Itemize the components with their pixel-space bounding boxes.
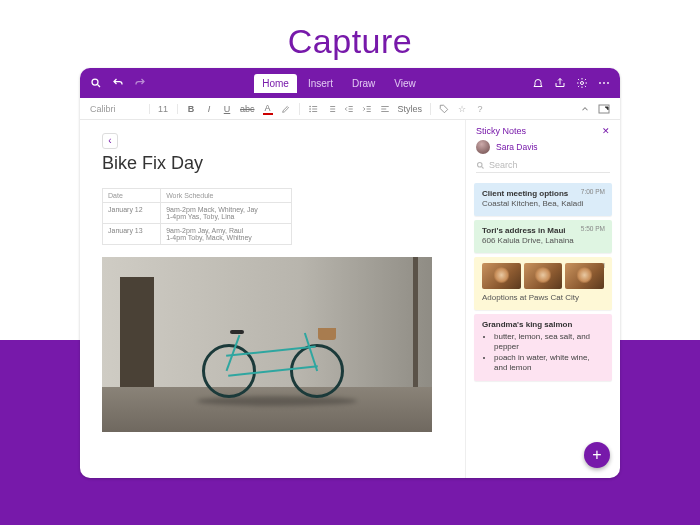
- undo-icon[interactable]: [112, 77, 124, 89]
- italic-button[interactable]: I: [204, 104, 214, 114]
- svg-point-5: [309, 108, 311, 110]
- svg-line-1: [98, 85, 101, 88]
- sticky-note[interactable]: Grandma's king salmon butter, lemon, sea…: [474, 314, 612, 381]
- table-row: January 12 9am-2pm Mack, Whitney, Jay 1-…: [103, 202, 292, 223]
- svg-point-2: [581, 82, 584, 85]
- sticky-note[interactable]: 5:50 PM Tori's address in Maui 606 Kalul…: [474, 220, 612, 253]
- svg-point-0: [92, 79, 98, 85]
- styles-button[interactable]: Styles: [398, 104, 423, 114]
- svg-rect-12: [381, 106, 389, 107]
- chevron-up-icon[interactable]: [580, 104, 590, 114]
- tab-home[interactable]: Home: [254, 74, 297, 93]
- schedule-table[interactable]: Date Work Schedule January 12 9am-2pm Ma…: [102, 188, 292, 245]
- svg-rect-6: [312, 108, 317, 109]
- user-profile[interactable]: Sara Davis: [466, 140, 620, 158]
- search-icon[interactable]: [90, 77, 102, 89]
- note-title: Grandma's king salmon: [482, 320, 604, 330]
- panel-title: Sticky Notes: [476, 126, 526, 136]
- tab-draw[interactable]: Draw: [344, 74, 383, 93]
- question-button[interactable]: ?: [475, 104, 485, 114]
- table-header: Date: [103, 188, 161, 202]
- search-placeholder: Search: [489, 160, 518, 170]
- thumbnail: [524, 263, 563, 289]
- font-select[interactable]: Calibri: [90, 104, 150, 114]
- note-time: 5:50 PM: [581, 225, 605, 233]
- size-select[interactable]: 11: [158, 104, 178, 114]
- align-button[interactable]: [380, 104, 390, 114]
- titlebar: Home Insert Draw View ⋯: [80, 68, 620, 98]
- highlight-button[interactable]: [281, 104, 291, 114]
- note-list-item: butter, lemon, sea salt, and pepper: [494, 332, 604, 352]
- avatar: [476, 140, 490, 154]
- svg-rect-13: [381, 108, 386, 109]
- strike-button[interactable]: abc: [240, 104, 255, 114]
- tag-button[interactable]: [439, 104, 449, 114]
- svg-rect-11: [330, 111, 335, 112]
- indent-button[interactable]: [362, 104, 372, 114]
- bold-button[interactable]: B: [186, 104, 196, 114]
- svg-rect-4: [312, 106, 317, 107]
- app-window: Home Insert Draw View ⋯ Calibri 11 B I U…: [80, 68, 620, 478]
- search-input[interactable]: Search: [476, 158, 610, 173]
- svg-point-7: [309, 110, 311, 112]
- outdent-button[interactable]: [344, 104, 354, 114]
- note-canvas[interactable]: ‹ Bike Fix Day Date Work Schedule Januar…: [80, 120, 465, 478]
- note-body: Adoptions at Paws Cat City: [482, 293, 604, 303]
- close-icon[interactable]: ✕: [602, 126, 610, 136]
- share-icon[interactable]: [554, 77, 566, 89]
- note-body: 606 Kalula Drive, Lahaina: [482, 236, 604, 246]
- tab-view[interactable]: View: [386, 74, 424, 93]
- svg-rect-8: [312, 111, 317, 112]
- redo-icon[interactable]: [134, 77, 146, 89]
- format-toolbar: Calibri 11 B I U abc A Styles ☆ ?: [80, 98, 620, 120]
- svg-point-16: [478, 162, 483, 167]
- svg-rect-10: [330, 108, 335, 109]
- user-name: Sara Davis: [496, 142, 538, 152]
- note-list-item: poach in water, white wine, and lemon: [494, 353, 604, 373]
- page-title[interactable]: Bike Fix Day: [102, 153, 443, 174]
- overflow-icon[interactable]: ⋯: [598, 77, 610, 89]
- bullets-button[interactable]: [308, 104, 318, 114]
- sticky-notes-panel: Sticky Notes ✕ Sara Davis Search 7:00 PM…: [465, 120, 620, 478]
- table-header-row: Date Work Schedule: [103, 188, 292, 202]
- bell-icon[interactable]: [532, 77, 544, 89]
- note-time: 7:00 PM: [581, 188, 605, 196]
- star-button[interactable]: ☆: [457, 104, 467, 114]
- svg-rect-14: [381, 111, 389, 112]
- embedded-image[interactable]: [102, 257, 432, 432]
- sticky-note[interactable]: 1:56 PM Adoptions at Paws Cat City: [474, 257, 612, 310]
- underline-button[interactable]: U: [222, 104, 232, 114]
- svg-line-17: [482, 166, 484, 168]
- table-header: Work Schedule: [161, 188, 292, 202]
- tab-insert[interactable]: Insert: [300, 74, 341, 93]
- svg-point-3: [309, 105, 311, 107]
- svg-rect-9: [330, 106, 335, 107]
- sticky-note[interactable]: 7:00 PM Client meeting options Coastal K…: [474, 183, 612, 216]
- numbering-button[interactable]: [326, 104, 336, 114]
- thumbnail: [565, 263, 604, 289]
- note-body: Coastal Kitchen, Bea, Kaladi: [482, 199, 604, 209]
- gear-icon[interactable]: [576, 77, 588, 89]
- add-note-button[interactable]: +: [584, 442, 610, 468]
- back-button[interactable]: ‹: [102, 133, 118, 149]
- hero-title: Capture: [0, 0, 700, 77]
- font-color-button[interactable]: A: [263, 103, 273, 115]
- fullscreen-button[interactable]: [598, 104, 610, 114]
- thumbnail: [482, 263, 521, 289]
- table-row: January 13 9am-2pm Jay, Amy, Raul 1-4pm …: [103, 223, 292, 244]
